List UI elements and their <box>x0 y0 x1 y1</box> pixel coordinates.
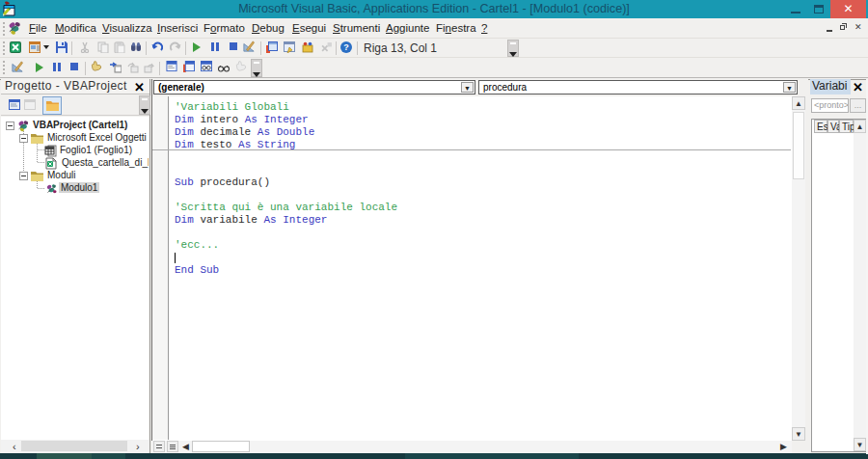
svg-text:?: ? <box>343 42 349 52</box>
